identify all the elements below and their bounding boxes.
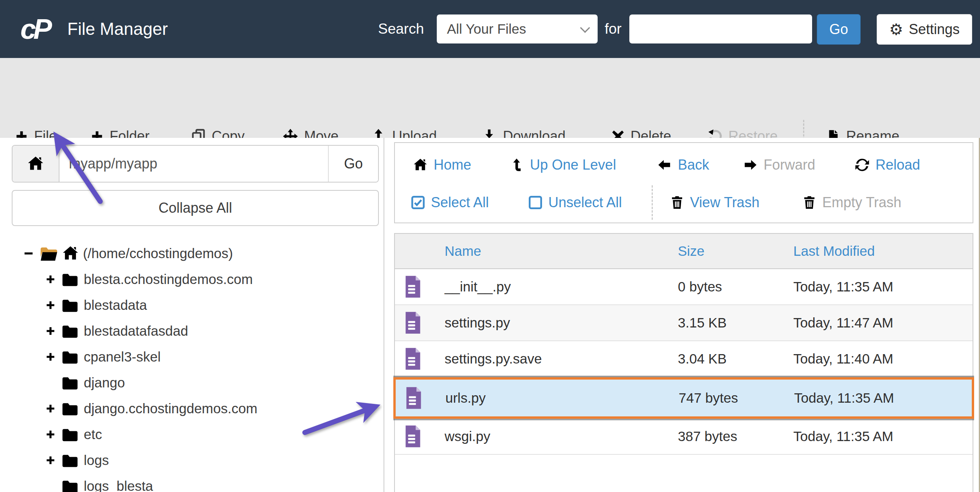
view-trash-link[interactable]: View Trash xyxy=(670,188,759,217)
search-label: Search xyxy=(378,21,424,37)
directory-tree: (/home/cchostingdemos) blesta.cchostingd… xyxy=(0,241,383,492)
file-size: 387 bytes xyxy=(678,429,793,444)
trash-icon xyxy=(802,195,816,210)
gear-icon: ⚙ xyxy=(889,22,903,37)
expand-icon[interactable] xyxy=(44,352,57,362)
cpanel-logo: cP xyxy=(20,13,49,45)
tree-item-label: (/home/cchostingdemos) xyxy=(83,246,233,261)
search-go-button[interactable]: Go xyxy=(817,14,861,45)
tree-item[interactable]: logs_blesta xyxy=(0,473,383,492)
home-icon xyxy=(62,245,79,262)
expand-icon[interactable] xyxy=(44,403,57,414)
plus-icon xyxy=(45,300,56,310)
search-scope-value: All Your Files xyxy=(447,21,526,37)
nav-home-link[interactable]: Home xyxy=(413,151,471,179)
nav-up-one-level-link[interactable]: Up One Level xyxy=(510,151,616,179)
path-bar: Go xyxy=(12,145,379,183)
expand-icon[interactable] xyxy=(44,300,57,310)
tree-item[interactable]: logs xyxy=(0,447,383,473)
settings-button[interactable]: ⚙ Settings xyxy=(877,14,972,45)
folder-icon xyxy=(60,297,79,313)
file-name: __init__.py xyxy=(445,279,678,295)
nav-back-link[interactable]: Back xyxy=(657,151,709,179)
tree-item[interactable]: blestadata xyxy=(0,292,383,318)
toolbar: File Folder Copy Move Upload Download De… xyxy=(0,58,980,139)
file-size: 747 bytes xyxy=(679,390,794,406)
right-arrow-icon xyxy=(743,158,758,172)
search-scope-select[interactable]: All Your Files xyxy=(437,14,598,43)
collapse-icon[interactable] xyxy=(22,248,35,259)
table-row[interactable]: wsgi.py 387 bytes Today, 11:35 AM xyxy=(395,419,973,455)
plus-icon xyxy=(45,429,56,440)
file-manager-app: cP File Manager Search All Your Files fo… xyxy=(0,0,980,492)
tree-item[interactable]: blestadatafasdad xyxy=(0,318,383,344)
view-trash-label: View Trash xyxy=(690,194,759,211)
nav-divider xyxy=(652,185,653,220)
document-icon xyxy=(404,347,422,370)
selected-row-highlight: urls.py 747 bytes Today, 11:35 AM xyxy=(393,377,974,419)
plus-icon xyxy=(45,403,56,414)
path-input[interactable] xyxy=(59,146,328,182)
tree-item-label: etc xyxy=(84,427,102,442)
table-row[interactable]: __init__.py 0 bytes Today, 11:35 AM xyxy=(395,269,973,305)
tree-item-label: django.cchostingdemos.com xyxy=(84,401,258,416)
file-name: settings.py xyxy=(445,315,678,331)
reload-icon xyxy=(855,157,870,172)
left-arrow-icon xyxy=(657,158,672,172)
tree-item-label: cpanel3-skel xyxy=(84,349,161,365)
file-modified: Today, 11:35 AM xyxy=(793,429,973,444)
folder-icon xyxy=(60,349,79,365)
file-name: wsgi.py xyxy=(445,429,678,444)
nav-forward-link[interactable]: Forward xyxy=(743,151,815,179)
table-row-selected[interactable]: urls.py 747 bytes Today, 11:35 AM xyxy=(396,380,972,416)
column-header-modified[interactable]: Last Modified xyxy=(793,243,973,259)
plus-icon xyxy=(45,455,56,465)
document-icon xyxy=(404,275,422,298)
search-input[interactable] xyxy=(629,14,812,43)
nav-reload-link[interactable]: Reload xyxy=(855,151,920,179)
expand-icon[interactable] xyxy=(44,429,57,440)
tree-item-label: logs_blesta xyxy=(84,478,153,492)
top-header: cP File Manager Search All Your Files fo… xyxy=(0,0,980,58)
search-for-label: for xyxy=(605,21,622,37)
folder-icon xyxy=(60,400,79,417)
folder-open-icon xyxy=(38,244,59,262)
collapse-all-label: Collapse All xyxy=(159,200,232,216)
tree-item-root[interactable]: (/home/cchostingdemos) xyxy=(0,241,383,266)
plus-icon xyxy=(45,274,56,284)
file-modified: Today, 11:47 AM xyxy=(793,315,973,331)
home-icon xyxy=(413,157,428,172)
folder-icon xyxy=(60,426,79,443)
table-row[interactable]: settings.py 3.15 KB Today, 11:47 AM xyxy=(395,305,973,341)
table-header: Name Size Last Modified xyxy=(395,233,973,269)
home-directory-button[interactable] xyxy=(13,146,59,182)
file-modified: Today, 11:40 AM xyxy=(793,351,973,367)
chevron-down-icon xyxy=(580,23,590,33)
unselect-all-label: Unselect All xyxy=(548,194,622,211)
file-size: 3.04 KB xyxy=(678,351,793,367)
empty-trash-link[interactable]: Empty Trash xyxy=(802,188,901,217)
collapse-all-button[interactable]: Collapse All xyxy=(12,190,379,226)
unselect-all-link[interactable]: Unselect All xyxy=(528,188,622,217)
tree-item[interactable]: django xyxy=(0,370,383,396)
expand-icon[interactable] xyxy=(44,455,57,465)
tree-item[interactable]: django.cchostingdemos.com xyxy=(0,396,383,421)
table-row[interactable]: settings.py.save 3.04 KB Today, 11:40 AM xyxy=(395,341,973,377)
plus-icon xyxy=(45,326,56,336)
expand-icon[interactable] xyxy=(44,274,57,284)
file-name: urls.py xyxy=(445,390,679,406)
trash-icon xyxy=(670,195,684,210)
document-icon xyxy=(404,311,422,334)
nav-forward-label: Forward xyxy=(764,157,815,173)
folder-icon xyxy=(60,323,79,339)
expand-icon[interactable] xyxy=(44,326,57,336)
tree-item-label: blestadata xyxy=(84,297,147,313)
settings-label: Settings xyxy=(909,21,960,38)
select-all-link[interactable]: Select All xyxy=(411,188,489,217)
column-header-name[interactable]: Name xyxy=(445,243,678,259)
tree-item[interactable]: blesta.cchostingdemos.com xyxy=(0,266,383,292)
tree-item[interactable]: etc xyxy=(0,421,383,447)
column-header-size[interactable]: Size xyxy=(678,243,793,259)
path-go-button[interactable]: Go xyxy=(328,146,378,182)
tree-item[interactable]: cpanel3-skel xyxy=(0,344,383,370)
